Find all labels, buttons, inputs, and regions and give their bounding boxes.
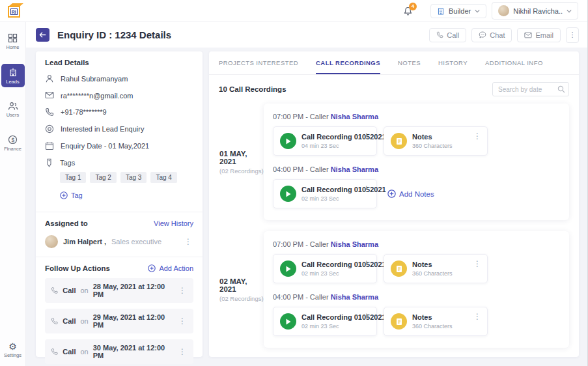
tag-chip[interactable]: Tag 4 bbox=[150, 172, 176, 183]
entry-cards-row: Call Recording 01052021 02 min 23 Sec ⋮ bbox=[273, 307, 560, 336]
follow-up-title: Follow Up Actions bbox=[45, 264, 110, 272]
agent-avatar bbox=[45, 235, 58, 248]
plus-circle-icon bbox=[387, 190, 396, 198]
tag-chip[interactable]: Tag 3 bbox=[120, 172, 147, 183]
entry-cards-row: Call Recording 01052021 04 min 23 Sec ⋮ bbox=[273, 126, 560, 156]
building-icon bbox=[437, 7, 445, 15]
caller-name-link[interactable]: Nisha Sharma bbox=[331, 240, 378, 248]
tab-projects-interested[interactable]: PROJECTS INTERESTED bbox=[219, 51, 298, 74]
chat-bubble-icon bbox=[479, 31, 486, 38]
user-menu-dropdown[interactable]: Nikhil Ravicha.. bbox=[492, 2, 578, 20]
sidebar-item-label: Leads bbox=[6, 79, 19, 85]
target-icon bbox=[45, 124, 54, 134]
group-date-column: 01 MAY, 2021 (02 Recordings) bbox=[209, 104, 264, 220]
add-tag-button[interactable]: Tag bbox=[60, 191, 83, 199]
sidebar-item-home[interactable]: Home bbox=[1, 30, 25, 53]
call-recording-card[interactable]: Call Recording 01052021 02 min 23 Sec ⋮ bbox=[273, 307, 377, 336]
notes-kebab-menu[interactable]: ⋮ bbox=[472, 260, 483, 268]
follow-up-kebab-menu[interactable]: ⋮ bbox=[177, 287, 188, 294]
follow-up-kebab-menu[interactable]: ⋮ bbox=[177, 348, 188, 356]
chevron-down-icon bbox=[567, 9, 572, 13]
envelope-icon bbox=[524, 32, 532, 38]
lead-name: Rahul Subramanyam bbox=[61, 75, 128, 83]
notes-card[interactable]: Notes 360 Characters ⋮ bbox=[384, 126, 488, 156]
notes-badge bbox=[391, 133, 407, 149]
call-recording-card[interactable]: Call Recording 01052021 02 min 23 Sec ⋮ bbox=[273, 254, 377, 283]
tag-chip[interactable]: Tag 2 bbox=[90, 172, 116, 183]
recording-group: 01 MAY, 2021 (02 Recordings) 07:00 PM - … bbox=[209, 104, 569, 220]
notes-title: Notes bbox=[412, 260, 453, 268]
call-recording-card[interactable]: Call Recording 01052021 02 min 23 Sec ⋮ bbox=[273, 179, 377, 208]
follow-up-item[interactable]: Call on 30 May, 2021 at 12:00 PM ⋮ bbox=[45, 339, 193, 364]
caller-name-link[interactable]: Nisha Sharma bbox=[331, 113, 378, 120]
recording-kebab-menu[interactable]: ⋮ bbox=[361, 260, 372, 268]
phone-icon bbox=[51, 287, 58, 294]
play-button[interactable] bbox=[280, 313, 296, 330]
sidebar-item-leads[interactable]: Leads bbox=[1, 64, 25, 87]
sidebar-item-finance[interactable]: $ Finance bbox=[1, 132, 25, 154]
finance-dollar-icon: $ bbox=[8, 135, 18, 145]
notes-kebab-menu[interactable]: ⋮ bbox=[472, 313, 483, 320]
phone-icon bbox=[51, 348, 58, 356]
email-button[interactable]: Email bbox=[517, 28, 561, 42]
agent-role: Sales executive bbox=[111, 238, 161, 246]
call-recording-card[interactable]: Call Recording 01052021 04 min 23 Sec ⋮ bbox=[273, 126, 377, 156]
notification-count-badge: 4 bbox=[409, 3, 417, 10]
notifications-button[interactable]: 4 bbox=[402, 5, 413, 17]
main-area: Enquiry ID : 1234 Details Call Chat bbox=[26, 22, 587, 366]
recording-duration: 04 min 23 Sec bbox=[301, 143, 370, 149]
entry-cards-row: Call Recording 01052021 02 min 23 Sec ⋮ bbox=[273, 179, 560, 208]
sidebar-item-users[interactable]: Users bbox=[1, 98, 25, 120]
follow-up-on: on bbox=[80, 287, 88, 294]
notes-card[interactable]: Notes 360 Characters ⋮ bbox=[384, 307, 488, 336]
sidebar-item-label: Users bbox=[7, 112, 20, 118]
user-avatar bbox=[498, 5, 509, 16]
plus-circle-icon bbox=[148, 264, 156, 272]
tab-notes[interactable]: NOTES bbox=[398, 51, 421, 74]
sidebar-item-label: Finance bbox=[4, 146, 21, 152]
tab-history[interactable]: HISTORY bbox=[438, 51, 468, 74]
home-grid-icon bbox=[8, 33, 18, 43]
person-icon bbox=[45, 74, 54, 83]
call-button[interactable]: Call bbox=[429, 28, 466, 42]
lead-phone-row: +91-78*******9 bbox=[45, 108, 193, 117]
caller-name-link[interactable]: Nisha Sharma bbox=[331, 293, 378, 301]
call-button-label: Call bbox=[447, 31, 459, 39]
recording-kebab-menu[interactable]: ⋮ bbox=[361, 313, 372, 320]
recording-title: Call Recording 01052021 bbox=[301, 260, 370, 268]
recording-kebab-menu[interactable]: ⋮ bbox=[361, 185, 372, 193]
view-history-link[interactable]: View History bbox=[154, 219, 193, 227]
caller-name-link[interactable]: Nisha Sharma bbox=[331, 165, 378, 173]
entry-time-row: 07:00 PM - Caller Nisha Sharma bbox=[273, 113, 560, 120]
chat-button[interactable]: Chat bbox=[471, 28, 512, 42]
app-logo[interactable]: RI bbox=[5, 2, 25, 20]
follow-up-item[interactable]: Call on 28 May, 2021 at 12:00 PM ⋮ bbox=[45, 278, 193, 303]
play-icon bbox=[285, 265, 292, 273]
add-action-button[interactable]: Add Action bbox=[148, 264, 193, 272]
agent-kebab-menu[interactable]: ⋮ bbox=[183, 238, 193, 246]
follow-up-when: 30 May, 2021 at 12:00 PM bbox=[93, 344, 173, 359]
lead-details-title: Lead Details bbox=[45, 59, 193, 66]
notes-kebab-menu[interactable]: ⋮ bbox=[472, 132, 483, 140]
play-icon bbox=[285, 137, 292, 145]
tab-additional-info[interactable]: ADDITIONAL INFO bbox=[485, 51, 543, 74]
play-button[interactable] bbox=[280, 133, 296, 149]
builder-dropdown[interactable]: Builder bbox=[430, 4, 486, 18]
tag-chip[interactable]: Tag 1 bbox=[60, 172, 86, 183]
back-button[interactable] bbox=[36, 28, 49, 42]
play-button[interactable] bbox=[280, 260, 296, 277]
tab-call-recordings[interactable]: CALL RECORDINGS bbox=[316, 51, 380, 74]
header-kebab-menu[interactable]: ⋮ bbox=[566, 27, 579, 43]
follow-up-kebab-menu[interactable]: ⋮ bbox=[177, 317, 188, 325]
group-date-column: 02 MAY, 2021 (02 Recordings) bbox=[209, 231, 264, 348]
recording-kebab-menu[interactable]: ⋮ bbox=[361, 132, 372, 140]
follow-up-item[interactable]: Call on 29 May, 2021 at 12:00 PM ⋮ bbox=[45, 309, 193, 333]
add-notes-label: Add Notes bbox=[399, 190, 434, 198]
recording-title: Call Recording 01052021 bbox=[301, 133, 370, 141]
sidebar-item-settings[interactable]: ⚙ Settings bbox=[1, 339, 25, 361]
recording-duration: 02 min 23 Sec bbox=[301, 195, 370, 202]
add-notes-button[interactable]: Add Notes bbox=[387, 190, 434, 198]
notes-card[interactable]: Notes 360 Characters ⋮ bbox=[384, 254, 488, 283]
play-button[interactable] bbox=[280, 186, 296, 202]
recordings-toolbar: 10 Call Recordings bbox=[209, 75, 579, 102]
